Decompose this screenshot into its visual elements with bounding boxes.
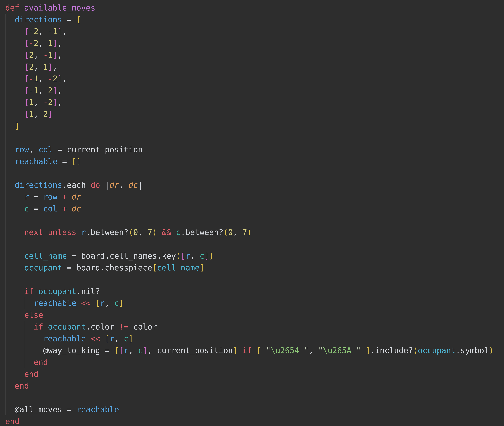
- code-token: [100, 334, 105, 343]
- code-token: reachable: [76, 405, 119, 414]
- code-token: ,: [57, 50, 62, 60]
- code-token: [5, 180, 15, 190]
- code-token: [: [24, 62, 29, 71]
- indent-guide: [15, 285, 15, 297]
- indent-guide: [15, 203, 15, 214]
- code-token: c: [138, 346, 143, 355]
- code-token: ,: [53, 62, 57, 71]
- code-token: r: [124, 346, 128, 355]
- code-token: [86, 334, 91, 343]
- code-token: [5, 121, 15, 130]
- indent-guide: [24, 356, 24, 368]
- code-token: color: [128, 322, 157, 331]
- code-token: board.chesspiece: [76, 263, 152, 272]
- code-token: , current_position: [147, 346, 233, 355]
- code-token: (: [128, 228, 133, 237]
- code-token: else: [24, 310, 43, 320]
- screenshot-root: { "palette":{ "bg":"#2d2d2d","fg":"#d6d9…: [0, 0, 504, 426]
- code-token: directions: [15, 180, 62, 190]
- code-token: -: [43, 50, 48, 60]
- code-token: 7: [242, 228, 247, 237]
- code-token: ,: [114, 334, 124, 343]
- code-token: 2: [48, 86, 53, 95]
- code-token: dc: [72, 204, 81, 213]
- code-token: c: [200, 251, 204, 261]
- code-line: ]: [0, 120, 504, 132]
- code-line: row, col = current_position: [0, 144, 504, 156]
- code-token: ): [247, 228, 252, 237]
- code-token: -: [29, 39, 34, 48]
- code-token: |: [138, 180, 143, 190]
- code-token: [43, 322, 48, 331]
- code-token: col: [38, 145, 53, 154]
- code-token: .include?: [370, 346, 413, 355]
- code-token: [: [105, 334, 110, 343]
- code-token: ]: [128, 334, 133, 343]
- indent-guide: [5, 14, 6, 25]
- indent-guide: [5, 108, 6, 120]
- code-token: .each: [62, 180, 91, 190]
- code-token: r: [81, 228, 86, 237]
- indent-guide: [5, 203, 6, 214]
- code-token: [57, 204, 62, 213]
- code-token: end: [24, 369, 38, 379]
- code-token: 2: [48, 98, 53, 107]
- code-token: if: [34, 322, 43, 331]
- code-line: occupant = board.chesspiece[cell_name]: [0, 262, 504, 274]
- code-token: [: [76, 15, 81, 24]
- code-token: \u2654: [271, 346, 304, 355]
- code-token: occupant: [38, 287, 76, 296]
- code-token: \u265A: [323, 346, 356, 355]
- code-token: if: [24, 287, 34, 296]
- indent-guide: [5, 344, 6, 356]
- code-token: 2: [34, 39, 38, 48]
- code-token: ]: [53, 39, 57, 48]
- code-token: board.cell_names.key: [81, 251, 176, 261]
- indent-guide: [15, 238, 15, 250]
- code-token: ]: [53, 86, 57, 95]
- code-token: =: [29, 192, 43, 201]
- code-token: ]: [57, 27, 62, 36]
- code-token: ,: [57, 86, 62, 95]
- code-token: ): [209, 251, 214, 261]
- indent-guide: [5, 167, 6, 179]
- code-token: ,: [38, 86, 48, 95]
- code-token: dc: [128, 180, 138, 190]
- code-token: [76, 228, 81, 237]
- code-token: 2: [29, 50, 34, 60]
- code-token: .between?: [86, 228, 128, 237]
- code-token: [5, 157, 15, 166]
- code-token: c: [176, 228, 181, 237]
- code-token: end: [5, 417, 19, 426]
- indent-guide: [15, 226, 15, 238]
- code-token: 0: [228, 228, 233, 237]
- indent-guide: [5, 156, 6, 167]
- code-token: def: [5, 3, 19, 12]
- code-token: 1: [48, 39, 53, 48]
- code-token: occupant: [48, 322, 86, 331]
- code-token: -: [43, 98, 48, 107]
- indent-guide: [15, 108, 15, 120]
- indent-guide: [5, 49, 6, 61]
- indent-guide: [15, 214, 15, 226]
- code-token: end: [15, 381, 29, 390]
- indent-guide: [15, 344, 15, 356]
- code-token: ,: [233, 228, 242, 237]
- indent-guide: [15, 262, 15, 274]
- code-token: ,: [57, 98, 62, 107]
- indent-guide: [15, 25, 15, 37]
- code-token: unless: [48, 228, 76, 237]
- indent-guide: [15, 85, 15, 96]
- indent-guide: [34, 344, 34, 356]
- code-token: ,: [309, 346, 318, 355]
- code-token: -: [48, 74, 53, 83]
- code-token: 1: [43, 62, 48, 71]
- indent-guide: [34, 333, 34, 344]
- indent-guide: [5, 37, 6, 49]
- code-line: if occupant.color != color: [0, 321, 504, 333]
- indent-guide: [24, 321, 24, 333]
- code-token: -: [48, 27, 53, 36]
- code-token: [5, 298, 34, 308]
- code-token: 1: [48, 50, 53, 60]
- code-token: r: [110, 334, 114, 343]
